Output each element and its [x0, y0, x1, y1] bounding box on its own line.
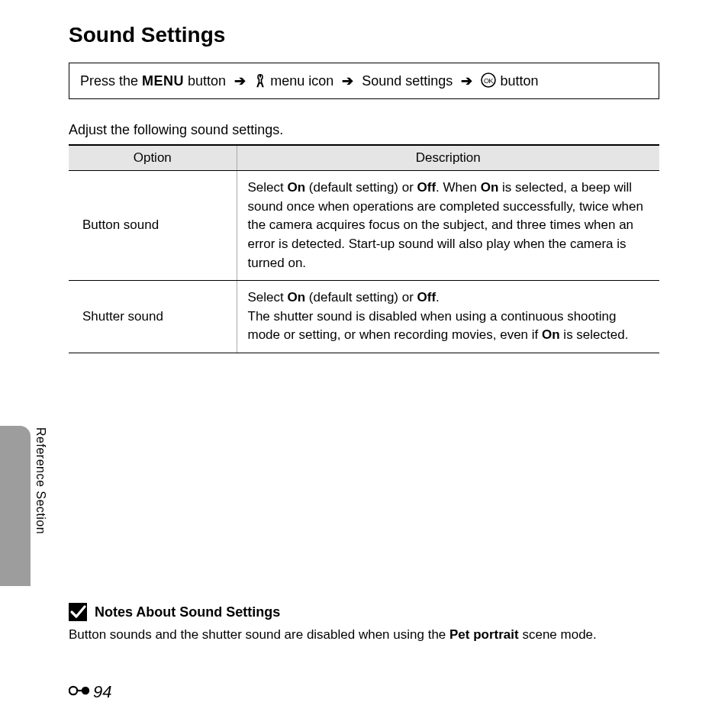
option-cell: Button sound [69, 171, 237, 281]
ok-button-icon: OK [481, 73, 500, 89]
table-row: Shutter sound Select On (default setting… [69, 281, 659, 353]
bold-text: Pet portrait [449, 627, 519, 642]
text: scene mode. [519, 627, 597, 642]
bold-text: On [287, 180, 305, 195]
nav-after-icon1: menu icon [270, 73, 333, 89]
text: (default setting) or [305, 290, 417, 304]
side-tab [0, 426, 31, 586]
text: Select [248, 180, 288, 195]
bold-text: On [481, 180, 499, 195]
text: Select [248, 290, 288, 304]
text: (default setting) or [305, 180, 417, 195]
reference-link-icon [69, 682, 90, 702]
description-cell: Select On (default setting) or Off. When… [237, 171, 659, 281]
table-row: Button sound Select On (default setting)… [69, 171, 659, 281]
svg-text:OK: OK [484, 77, 494, 85]
menu-button-label: MENU [142, 73, 184, 89]
page-title: Sound Settings [69, 23, 659, 47]
wrench-icon [254, 73, 270, 89]
nav-prefix: Press the [80, 73, 142, 89]
nav-after-menu: button [184, 73, 226, 89]
nav-after-ok: button [500, 73, 538, 89]
page-number: 94 [69, 682, 111, 702]
bold-text: Off [417, 180, 436, 195]
check-box-icon [69, 603, 87, 621]
text: . When [436, 180, 481, 195]
notes-title: Notes About Sound Settings [95, 604, 280, 620]
arrow-icon: ➔ [342, 73, 353, 89]
text: . [436, 290, 440, 304]
text: is selected. [560, 327, 629, 342]
bold-text: Off [417, 290, 436, 304]
settings-table: Option Description Button sound Select O… [69, 144, 659, 353]
text: Button sounds and the shutter sound are … [69, 627, 449, 642]
col-header-option: Option [69, 145, 237, 171]
nav-step-text: Sound settings [362, 73, 453, 89]
navigation-path-box: Press the MENU button ➔ menu icon ➔ Soun… [69, 63, 659, 99]
description-cell: Select On (default setting) or Off. The … [237, 281, 659, 353]
notes-block: Notes About Sound Settings Button sounds… [69, 603, 659, 644]
svg-point-3 [69, 687, 77, 694]
bold-text: On [287, 290, 305, 304]
notes-body: Button sounds and the shutter sound are … [69, 626, 659, 644]
option-cell: Shutter sound [69, 281, 237, 353]
arrow-icon: ➔ [461, 73, 472, 89]
bold-text: On [542, 327, 560, 342]
col-header-description: Description [237, 145, 659, 171]
section-label: Reference Section [34, 427, 47, 534]
page-number-value: 94 [93, 682, 111, 702]
arrow-icon: ➔ [234, 73, 246, 89]
intro-text: Adjust the following sound settings. [69, 122, 659, 138]
svg-point-4 [82, 687, 89, 694]
